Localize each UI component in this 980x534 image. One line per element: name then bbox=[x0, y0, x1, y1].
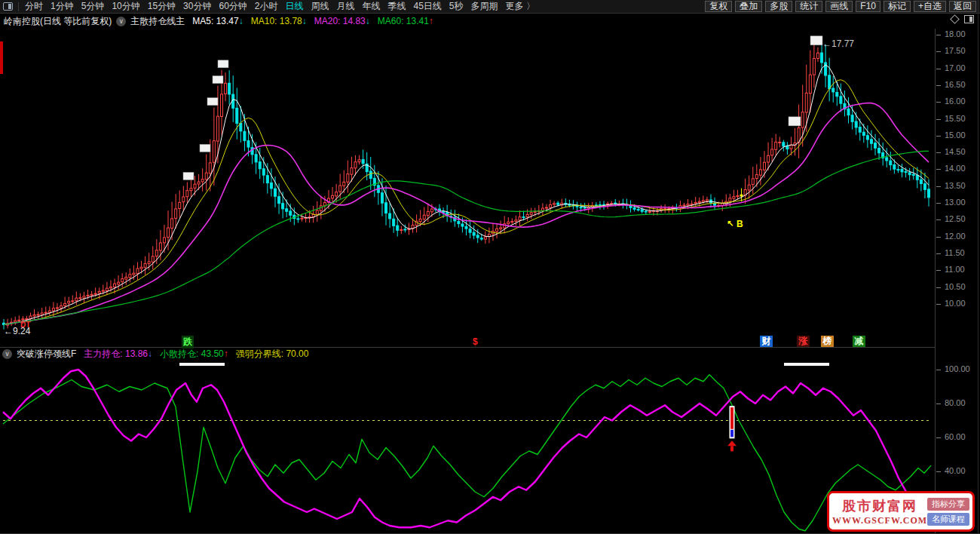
axis-tick bbox=[936, 219, 941, 220]
ma-label: MA5: 13.47 bbox=[192, 16, 238, 26]
axis-label: 14.00 bbox=[945, 164, 966, 173]
axis-label: 17.50 bbox=[945, 46, 966, 55]
period-tab-60分钟[interactable]: 60分钟 bbox=[215, 0, 250, 13]
chart-header: 岭南控股(日线 等比前复权) ∨ 主散持仓线主 MA5: 13.47↓MA10:… bbox=[0, 14, 935, 29]
axis-label: 16.50 bbox=[945, 80, 966, 89]
watermark-url: WWW.GSCFW.COM bbox=[832, 515, 927, 526]
trend-arrow-icon: ↑ bbox=[224, 348, 228, 359]
axis-label: 11.50 bbox=[945, 248, 965, 257]
watermark-title: 股市财富网 bbox=[832, 497, 927, 515]
watermark-badge-2: 名师课程 bbox=[927, 513, 969, 526]
period-tab-30分钟[interactable]: 30分钟 bbox=[179, 0, 215, 13]
axis-label: 12.00 bbox=[945, 232, 966, 241]
period-tab-5秒[interactable]: 5秒 bbox=[446, 0, 467, 13]
header-icons bbox=[951, 15, 974, 23]
diamond-icon[interactable] bbox=[950, 14, 960, 24]
trend-arrow-icon: ↑ bbox=[429, 16, 433, 26]
axis-tick bbox=[936, 186, 941, 187]
period-tab-周线[interactable]: 周线 bbox=[308, 0, 333, 13]
toolbar-button-叠加[interactable]: 叠加 bbox=[735, 1, 762, 12]
sub-indicator-name[interactable]: 突破涨停颈线F bbox=[17, 348, 76, 361]
main-candlestick-chart[interactable]: DT←9.24←17.77↖B bbox=[0, 29, 935, 335]
period-tab-日线[interactable]: 日线 bbox=[282, 0, 308, 13]
svg-text:B: B bbox=[737, 219, 743, 229]
ma-label: MA20: 14.83 bbox=[314, 16, 366, 26]
period-tab-年线[interactable]: 年线 bbox=[359, 0, 384, 13]
sub-indicator-value: 主力持仓: 13.86↓ bbox=[84, 348, 152, 361]
axis-tick bbox=[936, 287, 941, 288]
axis-label: 15.50 bbox=[945, 114, 966, 123]
toolbar-button-标记[interactable]: 标记 bbox=[884, 1, 911, 12]
price-axis: 18.0017.5017.0016.5016.0015.5015.0014.50… bbox=[935, 29, 980, 534]
trend-arrow-icon: ↓ bbox=[148, 348, 152, 359]
axis-tick bbox=[936, 304, 941, 305]
axis-label: 17.00 bbox=[945, 63, 966, 72]
ma-value: MA60: 13.41↑ bbox=[378, 16, 433, 26]
toolbar-button-返回[interactable]: 返回 bbox=[949, 1, 976, 12]
period-tab-季线[interactable]: 季线 bbox=[384, 0, 410, 13]
toolbar-button-F10[interactable]: F10 bbox=[856, 1, 880, 12]
ma-label: MA10: 13.78 bbox=[251, 16, 302, 26]
axis-label: 18.00 bbox=[945, 29, 966, 38]
axis-label: 12.50 bbox=[945, 214, 966, 223]
toolbar-button-画线[interactable]: 画线 bbox=[825, 1, 853, 12]
axis-label: 60.00 bbox=[945, 432, 966, 441]
axis-tick bbox=[936, 270, 941, 271]
sub-indicator-chart[interactable] bbox=[0, 360, 935, 534]
axis-label: 10.00 bbox=[945, 299, 966, 308]
ma-values: MA5: 13.47↓MA10: 13.78↓MA20: 14.83↓MA60:… bbox=[185, 16, 433, 26]
right-border bbox=[978, 0, 978, 534]
ma-value: MA20: 14.83↓ bbox=[314, 16, 370, 26]
period-tab-更多 〉[interactable]: 更多 〉 bbox=[502, 0, 539, 13]
rank-chip-财[interactable]: 财 bbox=[760, 336, 773, 347]
axis-label: 15.00 bbox=[945, 130, 966, 140]
dollar-marker: $ bbox=[473, 336, 478, 347]
svg-text:←17.77: ←17.77 bbox=[822, 38, 854, 49]
axis-tick bbox=[936, 152, 941, 153]
axis-tick bbox=[936, 169, 941, 170]
status-row: 跌 $ 财涨榜减 bbox=[0, 335, 935, 348]
split-window-icon[interactable] bbox=[964, 15, 974, 23]
trend-arrow-icon: ↓ bbox=[302, 16, 307, 26]
trading-app-window: 分时1分钟5分钟10分钟15分钟30分钟60分钟2小时日线周线月线年线季线45日… bbox=[0, 0, 980, 534]
ma-label: MA60: 13.41 bbox=[378, 16, 429, 26]
axis-tick bbox=[936, 437, 941, 438]
stock-title: 岭南控股(日线 等比前复权) bbox=[4, 15, 112, 28]
sub-indicator-values: 主力持仓: 13.86↓小散持仓: 43.50↑强弱分界线: 70.00 bbox=[76, 348, 308, 361]
watermark-badges: 指标分享 名师课程 bbox=[927, 498, 969, 526]
period-tab-月线[interactable]: 月线 bbox=[333, 0, 359, 13]
period-tab-5分钟[interactable]: 5分钟 bbox=[78, 0, 109, 13]
app-window-icon[interactable] bbox=[3, 2, 13, 11]
sub-indicator-value: 强弱分界线: 70.00 bbox=[236, 348, 309, 361]
rank-chip-涨[interactable]: 涨 bbox=[797, 336, 810, 347]
axis-label: 13.50 bbox=[945, 181, 966, 190]
axis-label: 80.00 bbox=[945, 398, 966, 407]
indicator-label: 主力持仓: 13.86 bbox=[84, 348, 148, 359]
period-tab-多周期[interactable]: 多周期 bbox=[467, 0, 502, 13]
period-tabs: 分时1分钟5分钟10分钟15分钟30分钟60分钟2小时日线周线月线年线季线45日… bbox=[21, 0, 539, 13]
chevron-down-icon[interactable]: ∨ bbox=[116, 17, 126, 26]
period-tab-2小时[interactable]: 2小时 bbox=[251, 0, 282, 13]
svg-text:↖: ↖ bbox=[727, 219, 733, 228]
toolbar-button-+自选[interactable]: +自选 bbox=[914, 1, 946, 12]
rank-chip-榜[interactable]: 榜 bbox=[821, 336, 834, 347]
main-indicator-name[interactable]: 主散持仓线主 bbox=[130, 15, 185, 28]
toolbar-button-复权[interactable]: 复权 bbox=[705, 1, 732, 12]
toolbar-button-多股[interactable]: 多股 bbox=[765, 1, 792, 12]
period-tab-10分钟[interactable]: 10分钟 bbox=[108, 0, 143, 13]
period-tab-45日线[interactable]: 45日线 bbox=[410, 0, 446, 13]
period-toolbar: 分时1分钟5分钟10分钟15分钟30分钟60分钟2小时日线周线月线年线季线45日… bbox=[0, 0, 980, 14]
svg-text:←9.24: ←9.24 bbox=[4, 326, 31, 335]
axis-tick bbox=[936, 253, 941, 254]
toolbar-divider bbox=[18, 2, 19, 11]
watermark-box: 股市财富网 WWW.GSCFW.COM 指标分享 名师课程 bbox=[827, 491, 975, 532]
chevron-down-icon[interactable]: ∨ bbox=[2, 349, 12, 359]
axis-label: 10.50 bbox=[945, 282, 966, 291]
period-tab-15分钟[interactable]: 15分钟 bbox=[144, 0, 179, 13]
rank-chip-减[interactable]: 减 bbox=[853, 336, 865, 347]
period-tab-分时[interactable]: 分时 bbox=[21, 0, 47, 13]
toolbar-button-统计[interactable]: 统计 bbox=[795, 1, 822, 12]
sub-indicator-value: 小散持仓: 43.50↑ bbox=[160, 348, 228, 361]
period-tab-1分钟[interactable]: 1分钟 bbox=[47, 0, 78, 13]
axis-label: 40.00 bbox=[945, 466, 966, 475]
